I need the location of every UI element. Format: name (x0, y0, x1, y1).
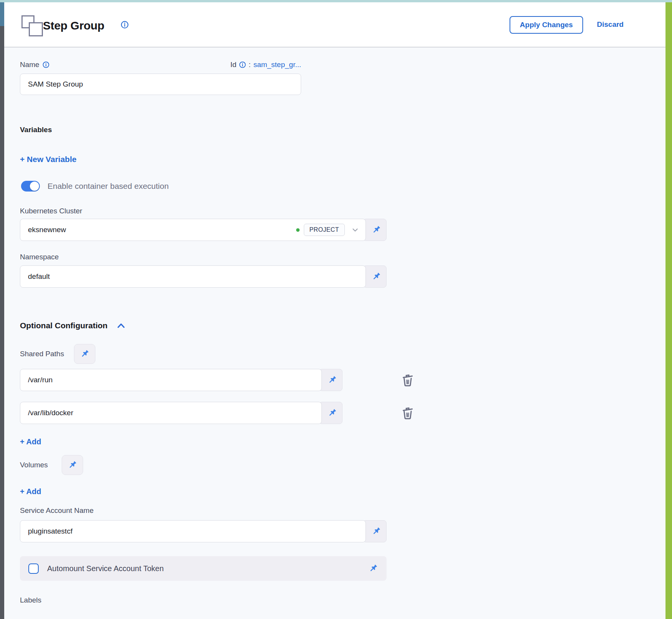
pin-icon (67, 460, 77, 470)
trash-icon (400, 405, 415, 421)
shared-path-1-pin-button[interactable] (319, 402, 343, 424)
kubernetes-cluster-pin-button[interactable] (363, 219, 387, 241)
name-input[interactable] (20, 74, 301, 95)
container-execution-toggle[interactable] (21, 181, 40, 192)
name-info-icon[interactable] (43, 61, 49, 68)
namespace-label: Namespace (20, 253, 59, 261)
service-account-input[interactable] (28, 527, 359, 535)
chevron-up-icon[interactable] (116, 321, 126, 330)
page-top-bar (0, 0, 672, 2)
id-colon: : (249, 61, 251, 69)
delete-shared-path-0-button[interactable] (400, 372, 416, 388)
namespace-input[interactable] (28, 272, 359, 281)
apply-changes-button[interactable]: Apply Changes (510, 16, 583, 34)
discard-button[interactable]: Discard (597, 20, 624, 29)
shared-paths-pin-button[interactable] (74, 344, 95, 364)
shared-path-group (20, 369, 343, 391)
page-title: Step Group (43, 19, 104, 32)
name-label: Name (20, 61, 39, 69)
pin-icon (80, 349, 90, 359)
volumes-pin-button[interactable] (62, 455, 83, 475)
kubernetes-cluster-input-wrap: PROJECT (20, 219, 366, 241)
step-group-panel: Step Group Apply Changes Discard Name Id… (4, 2, 665, 619)
scope-tag: PROJECT (304, 224, 345, 236)
automount-label: Automount Service Account Token (47, 564, 368, 573)
service-account-pin-button[interactable] (363, 520, 387, 542)
new-variable-button[interactable]: + New Variable (20, 155, 77, 164)
shared-path-0-pin-button[interactable] (319, 369, 343, 391)
automount-row: Automount Service Account Token (20, 556, 387, 581)
namespace-group (20, 265, 387, 288)
volumes-row: Volumes (20, 455, 83, 475)
namespace-pin-button[interactable] (363, 265, 387, 288)
panel-header: Step Group Apply Changes Discard (4, 2, 665, 47)
kubernetes-cluster-group: PROJECT (20, 219, 387, 241)
variables-heading: Variables (20, 126, 52, 134)
shared-paths-row: Shared Paths (20, 344, 95, 364)
container-execution-label: Enable container based execution (48, 182, 169, 191)
pin-icon (371, 272, 381, 282)
page-left-strip-top (0, 2, 4, 26)
scope-status-dot (296, 228, 300, 232)
title-info-icon[interactable] (121, 21, 129, 29)
chevron-down-icon[interactable] (351, 226, 359, 234)
shared-path-input-1[interactable] (28, 409, 315, 417)
automount-checkbox[interactable] (28, 563, 39, 574)
kubernetes-cluster-label: Kubernetes Cluster (20, 207, 82, 215)
add-shared-path-button[interactable]: + Add (20, 437, 41, 446)
volumes-label: Volumes (20, 461, 48, 469)
pin-icon (368, 563, 378, 573)
automount-pin-button[interactable] (368, 563, 378, 573)
page-right-strip (665, 2, 672, 619)
kubernetes-cluster-input[interactable] (28, 226, 296, 234)
page-left-strip (0, 26, 4, 619)
id-group: Id : sam_step_gr... (230, 61, 301, 69)
optional-configuration-heading: Optional Configuration (20, 321, 108, 330)
pin-icon (371, 225, 381, 235)
id-info-icon[interactable] (239, 61, 246, 68)
id-label: Id (230, 61, 236, 69)
trash-icon (400, 372, 415, 388)
step-group-icon (21, 15, 46, 38)
name-label-row: Name Id : sam_step_gr... (20, 61, 301, 69)
shared-path-input-0[interactable] (28, 376, 315, 384)
service-account-name-label: Service Account Name (20, 506, 93, 515)
pin-icon (327, 375, 337, 385)
service-account-group (20, 520, 387, 542)
pin-icon (327, 408, 337, 418)
pin-icon (371, 526, 381, 536)
labels-label: Labels (20, 596, 41, 604)
shared-paths-label: Shared Paths (20, 350, 64, 358)
shared-path-group (20, 402, 343, 424)
add-volume-button[interactable]: + Add (20, 487, 41, 496)
id-value[interactable]: sam_step_gr... (253, 61, 301, 69)
container-execution-row: Enable container based execution (21, 181, 169, 192)
delete-shared-path-1-button[interactable] (400, 405, 416, 421)
optional-configuration-row: Optional Configuration (20, 321, 126, 330)
